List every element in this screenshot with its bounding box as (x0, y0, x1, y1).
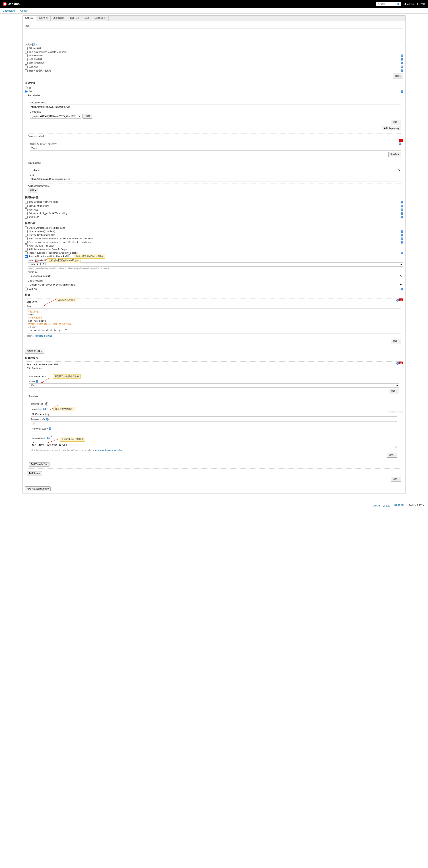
help-icon[interactable]: ? (401, 205, 403, 207)
ssh-advanced-button[interactable]: 高级... (389, 389, 399, 394)
help-icon[interactable]: ? (401, 230, 403, 233)
shell-command-textarea[interactable]: #安装依赖 yarn #打包vue项目 npm run build #把打包后的… (27, 309, 401, 334)
general-check-6[interactable] (25, 69, 28, 72)
delete-branch-icon[interactable]: X (399, 139, 403, 142)
help-icon[interactable]: ? (401, 62, 403, 64)
env-check-2[interactable] (25, 234, 28, 237)
add-repo-button[interactable]: Add Repository (382, 126, 401, 130)
cache-select[interactable]: Default (~/.npm or %APP_DATA%\npm-cache) (28, 283, 403, 287)
env-check-5[interactable] (25, 244, 28, 247)
help-icon[interactable]: ? (43, 408, 46, 410)
help-icon[interactable]: ? (401, 252, 403, 254)
help-icon[interactable]: ? (401, 241, 403, 244)
tab-scm[interactable]: 源码管理 (36, 16, 51, 21)
transfer-advanced-button[interactable]: 高级... (387, 453, 397, 458)
general-check-0[interactable] (25, 47, 28, 50)
with-ant-checkbox[interactable] (25, 287, 28, 290)
add-transfer-button[interactable]: Add Transfer Set (29, 462, 50, 467)
tab-post[interactable]: 构建后操作 (92, 16, 109, 21)
repo-url-input[interactable] (30, 104, 401, 109)
help-icon[interactable]: ? (401, 216, 403, 218)
env-check-7[interactable] (25, 251, 28, 254)
add-cred-button[interactable]: +添加 (83, 114, 92, 119)
help-icon[interactable]: ? (46, 418, 49, 421)
help-icon[interactable]: ? (401, 209, 403, 211)
help-icon[interactable]: ? (396, 299, 399, 302)
npmrc-select[interactable]: - use system default - (28, 274, 403, 278)
help-icon[interactable]: ? (401, 90, 403, 93)
general-check-1[interactable] (25, 51, 28, 54)
exec-command-textarea[interactable]: cd ~ tar -zcvf vue-test.tar.gz (31, 440, 397, 448)
trigger-check-0[interactable] (25, 201, 28, 204)
tab-build[interactable]: 构建 (82, 16, 92, 21)
add-post-action-button[interactable]: 增加构建后操作步骤 ▾ (25, 486, 51, 491)
scm-none-radio[interactable] (25, 87, 28, 89)
trigger-check-2[interactable] (25, 209, 28, 211)
help-icon[interactable]: ? (401, 54, 403, 57)
footer-community-link[interactable]: Jenkins 中文社区 (373, 504, 390, 507)
scm-title: 源码管理 (25, 81, 403, 85)
general-check-5[interactable] (25, 65, 28, 68)
env-check-1[interactable] (25, 230, 28, 233)
post-ssh-advanced-button[interactable]: 高级... (391, 477, 401, 482)
add-build-step-button[interactable]: 增加构建步骤 ▾ (25, 349, 44, 353)
add-branch-button[interactable]: 增加分支 (388, 152, 401, 157)
user-link[interactable]: admin (404, 3, 414, 5)
search-help-icon[interactable]: ? (397, 3, 399, 5)
trigger-check-4[interactable] (25, 216, 28, 219)
env-check-3[interactable] (25, 237, 28, 240)
search-input[interactable] (381, 3, 397, 5)
help-icon[interactable]: ? (401, 288, 403, 290)
remote-dir-input[interactable] (31, 431, 397, 435)
help-icon[interactable]: ? (401, 201, 403, 204)
delete-shell-icon[interactable]: X (399, 299, 403, 301)
nodejs-select[interactable]: NodeJS 14.16.1 (28, 262, 403, 267)
general-advanced-button[interactable]: 高级... (393, 73, 403, 79)
browser-url-input[interactable] (30, 177, 401, 181)
env-check-0[interactable] (25, 226, 28, 229)
general-check-2[interactable] (25, 54, 28, 57)
search-box[interactable]: ? (376, 2, 401, 6)
trigger-check-3[interactable] (25, 212, 28, 215)
help-icon[interactable]: ? (401, 238, 403, 240)
general-check-label-5: 关闭构建 (29, 65, 38, 68)
help-icon[interactable]: ? (401, 212, 403, 215)
footer-api-link[interactable]: REST API (394, 504, 404, 507)
desc-textarea[interactable] (25, 29, 403, 42)
help-icon[interactable]: ? (396, 362, 399, 365)
jenkins-env-link[interactable]: Jenkins environment variables (95, 449, 122, 452)
browser-select[interactable]: githubweb (30, 168, 401, 172)
remove-prefix-input[interactable] (31, 421, 397, 426)
logout-link[interactable]: 注销 (417, 2, 425, 6)
env-check-8[interactable] (25, 255, 28, 258)
help-icon[interactable]: ? (401, 58, 403, 61)
tab-triggers[interactable]: 构建触发器 (51, 16, 67, 21)
help-icon[interactable]: ? (49, 427, 51, 430)
crumb-dashboard[interactable]: Dashboard (3, 9, 15, 12)
env-vars-link[interactable]: 可用的环境变量列表 (32, 335, 52, 337)
delete-ssh-icon[interactable]: X (399, 362, 403, 364)
help-icon[interactable]: ? (401, 69, 403, 72)
repo-advanced-button[interactable]: 高级... (391, 120, 401, 125)
general-check-3[interactable] (25, 58, 28, 61)
shell-advanced-button[interactable]: 高级... (391, 339, 401, 344)
preview-link[interactable]: 预览 (33, 43, 38, 46)
tab-general[interactable]: General (23, 16, 36, 21)
branch-spec-input[interactable] (30, 146, 401, 151)
help-icon[interactable]: ? (401, 234, 403, 237)
env-check-6[interactable] (25, 248, 28, 251)
tab-env[interactable]: 构建环境 (67, 16, 82, 21)
help-icon[interactable]: ? (401, 65, 403, 68)
env-check-4[interactable] (25, 241, 28, 244)
help-icon[interactable]: ? (399, 143, 401, 145)
help-icon[interactable]: ? (36, 380, 38, 383)
ssh-name-select[interactable]: 154 (29, 383, 399, 388)
trigger-check-1[interactable] (25, 205, 28, 208)
general-check-4[interactable] (25, 62, 28, 65)
crumb-project[interactable]: vue-test (20, 9, 28, 12)
source-files-input[interactable] (31, 412, 397, 416)
add-behaviour-button[interactable]: 新增 ▾ (28, 188, 38, 193)
add-server-button[interactable]: Add Server (27, 471, 42, 475)
scm-git-radio[interactable] (25, 90, 28, 93)
cred-select[interactable]: guojikun486546@163.com/******(github凭证) (30, 114, 81, 119)
